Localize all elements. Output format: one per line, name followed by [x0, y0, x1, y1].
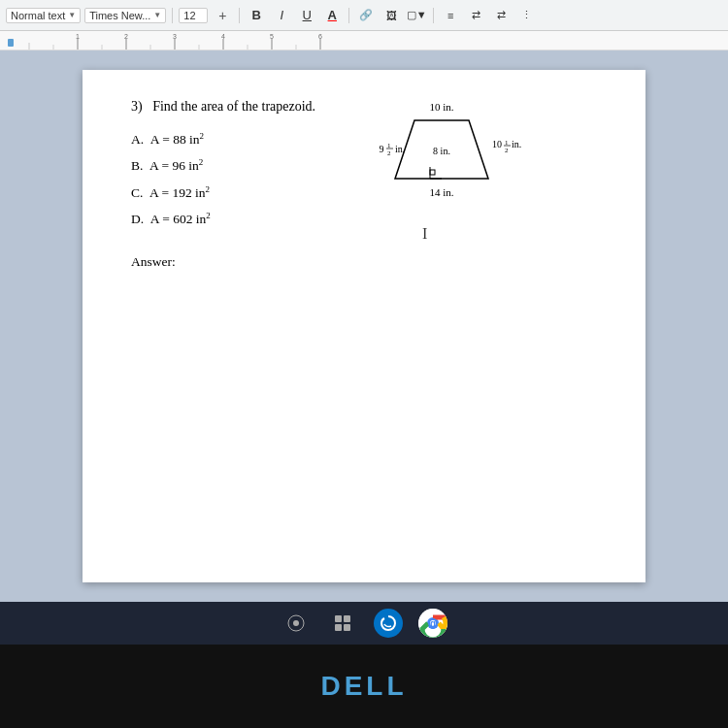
svg-text:5: 5: [270, 33, 274, 40]
bottom-label: 14 in.: [430, 186, 454, 198]
chrome-icon[interactable]: g: [418, 609, 447, 638]
svg-text:1: 1: [76, 33, 80, 40]
left-label: 9: [380, 144, 384, 154]
choice-a-text: A = 88 in2: [150, 132, 204, 147]
font-label: Times New...: [89, 10, 150, 21]
windows-start-button[interactable]: [281, 608, 312, 639]
align-btn[interactable]: ≡: [440, 5, 461, 26]
svg-text:2: 2: [505, 147, 509, 154]
linespacing-btn[interactable]: ⇄: [465, 5, 486, 26]
choice-d: D. A = 602 in2: [131, 211, 315, 228]
svg-text:3: 3: [173, 33, 177, 40]
style-chevron: ▼: [68, 11, 76, 19]
svg-rect-0: [8, 39, 14, 47]
taskbar: g: [0, 602, 728, 645]
diagram-area: 10 in. 9 1: [335, 99, 548, 270]
svg-text:g: g: [430, 618, 436, 629]
svg-text:6: 6: [318, 33, 322, 40]
monitor: Normal text ▼ Times New... ▼ 12 + B I U …: [0, 0, 728, 728]
size-dropdown[interactable]: 12: [179, 8, 208, 23]
more-btn[interactable]: ⋮: [515, 5, 537, 26]
dell-bezel: DELL: [0, 645, 728, 728]
edge-browser-icon[interactable]: [374, 609, 403, 638]
document-area: 3) Find the area of the trapezoid. A. A …: [0, 50, 728, 602]
height-label: 8 in.: [433, 146, 450, 156]
text-cursor[interactable]: I: [422, 225, 427, 243]
dell-logo: DELL: [320, 671, 407, 702]
svg-rect-34: [335, 615, 342, 622]
choice-d-letter: D.: [131, 212, 144, 226]
svg-rect-36: [335, 624, 342, 631]
image-btn[interactable]: 🖼: [381, 5, 402, 26]
choice-c: C. A = 192 in2: [131, 183, 315, 201]
trapezoid-diagram: 10 in. 9 1: [345, 99, 539, 235]
answer-choices: A. A = 88 in2 B. A = 96 in2 C. A = 192 i…: [131, 130, 315, 227]
font-dropdown[interactable]: Times New... ▼: [84, 8, 166, 23]
svg-text:2: 2: [387, 149, 391, 157]
choice-c-text: A = 192 in2: [149, 185, 210, 200]
svg-text:in.: in.: [512, 139, 521, 149]
bold-button[interactable]: B: [246, 5, 267, 26]
style-dropdown[interactable]: Normal text ▼: [6, 8, 81, 23]
choice-b: B. A = 96 in2: [131, 157, 315, 175]
choice-b-text: A = 96 in2: [149, 158, 203, 173]
choice-b-letter: B.: [131, 158, 143, 173]
choice-c-letter: C.: [131, 185, 143, 200]
svg-text:2: 2: [124, 33, 128, 40]
size-label: 12: [183, 10, 195, 21]
svg-point-33: [293, 620, 299, 626]
toolbar: Normal text ▼ Times New... ▼ 12 + B I U …: [0, 0, 728, 31]
svg-text:4: 4: [221, 33, 225, 40]
ruler: 1 2 3 4 5 6: [0, 31, 728, 50]
italic-button[interactable]: I: [271, 5, 292, 26]
choice-d-text: A = 602 in2: [150, 212, 211, 226]
question-3: 3) Find the area of the trapezoid. A. A …: [131, 99, 597, 270]
right-label: 10: [492, 139, 502, 149]
top-label: 10 in.: [430, 101, 454, 113]
separator-4: [433, 8, 434, 23]
svg-rect-37: [344, 624, 350, 631]
choice-a: A. A = 88 in2: [131, 130, 315, 148]
font-color-button[interactable]: A: [321, 5, 343, 26]
task-view-button[interactable]: [327, 608, 358, 639]
question-number: 3) Find the area of the trapezoid.: [131, 99, 315, 115]
document-page[interactable]: 3) Find the area of the trapezoid. A. A …: [83, 70, 645, 582]
svg-text:in.: in.: [395, 144, 405, 154]
answer-label: Answer:: [131, 254, 176, 269]
answer-section: Answer:: [131, 254, 315, 270]
indent-btn[interactable]: ⇄: [490, 5, 512, 26]
separator-3: [348, 8, 349, 23]
separator-2: [239, 8, 240, 23]
underline-button[interactable]: U: [296, 5, 317, 26]
table-btn[interactable]: ▢▼: [406, 5, 427, 26]
link-btn[interactable]: 🔗: [355, 5, 377, 26]
separator-1: [172, 8, 173, 23]
screen: Normal text ▼ Times New... ▼ 12 + B I U …: [0, 0, 728, 602]
question-content: 3) Find the area of the trapezoid. A. A …: [131, 99, 315, 270]
style-label: Normal text: [11, 10, 65, 21]
choice-a-letter: A.: [131, 132, 144, 147]
plus-btn[interactable]: +: [212, 5, 233, 26]
font-chevron: ▼: [153, 11, 161, 19]
svg-rect-35: [344, 615, 350, 622]
